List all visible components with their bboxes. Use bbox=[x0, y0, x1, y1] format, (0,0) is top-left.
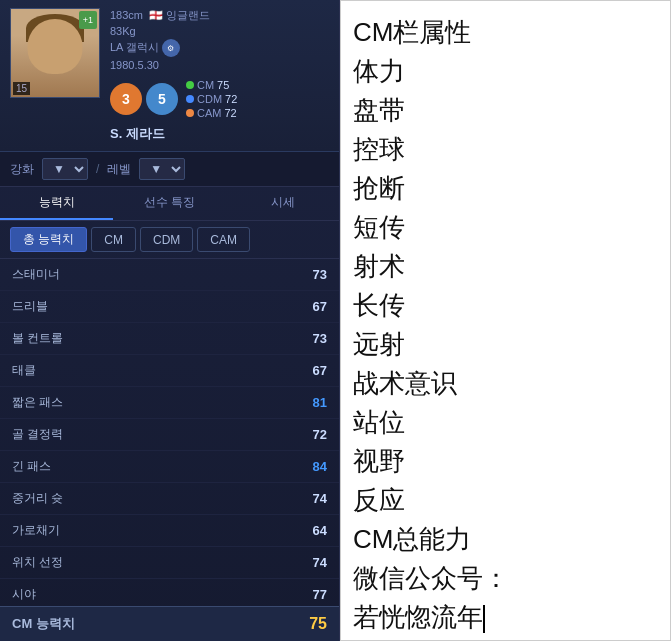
right-line-5: 射术 bbox=[353, 247, 658, 286]
stat-value-positioning: 74 bbox=[313, 555, 327, 570]
stat-value-short-pass: 81 bbox=[313, 395, 327, 410]
stat-row-finishing: 골 결정력 72 bbox=[0, 419, 339, 451]
right-line-8: 战术意识 bbox=[353, 364, 658, 403]
stat-value-vision: 77 bbox=[313, 587, 327, 602]
stat-value-ball-control: 73 bbox=[313, 331, 327, 346]
right-line-name: 若恍惚流年 bbox=[353, 598, 658, 637]
stat-value-finishing: 72 bbox=[313, 427, 327, 442]
filter-cdm[interactable]: CDM bbox=[140, 227, 193, 252]
level-select[interactable]: ▼ bbox=[139, 158, 185, 180]
stat-value-long-shot: 74 bbox=[313, 491, 327, 506]
slash-divider: / bbox=[96, 162, 99, 176]
right-line-4: 短传 bbox=[353, 208, 658, 247]
filter-total[interactable]: 총 능력치 bbox=[10, 227, 87, 252]
enhance-label: 강화 bbox=[10, 161, 34, 178]
pos-cdm: CDM 72 bbox=[186, 93, 237, 105]
right-line-1: 盘带 bbox=[353, 91, 658, 130]
stat-row-vision: 시야 77 bbox=[0, 579, 339, 606]
stat-name-positioning: 위치 선정 bbox=[12, 554, 63, 571]
stat-value-stamina: 73 bbox=[313, 267, 327, 282]
right-line-3: 抢断 bbox=[353, 169, 658, 208]
right-line-0: 体力 bbox=[353, 52, 658, 91]
stat-name-dribble: 드리블 bbox=[12, 298, 48, 315]
pos-cm: CM 75 bbox=[186, 79, 237, 91]
tab-stats[interactable]: 능력치 bbox=[0, 187, 113, 220]
right-content: CM栏属性 体力 盘带 控球 抢断 短传 射术 长传 远射 战术意识 站位 视野… bbox=[353, 13, 658, 637]
stat-row-dribble: 드리블 67 bbox=[0, 291, 339, 323]
enhance-select[interactable]: ▼ bbox=[42, 158, 88, 180]
total-row: CM 능력치 75 bbox=[0, 606, 339, 641]
stat-value-long-pass: 84 bbox=[313, 459, 327, 474]
badge-overall-3: 3 bbox=[110, 83, 142, 115]
stat-name-long-pass: 긴 패스 bbox=[12, 458, 51, 475]
tab-market[interactable]: 시세 bbox=[226, 187, 339, 220]
stat-name-ball-control: 볼 컨트롤 bbox=[12, 330, 63, 347]
stat-value-interception: 64 bbox=[313, 523, 327, 538]
stat-row-ball-control: 볼 컨트롤 73 bbox=[0, 323, 339, 355]
stat-row-short-pass: 짧은 패스 81 bbox=[0, 387, 339, 419]
right-line-wechat: 微信公众号： bbox=[353, 559, 658, 598]
stat-name-finishing: 골 결정력 bbox=[12, 426, 63, 443]
right-line-11: 反应 bbox=[353, 481, 658, 520]
position-badges: 3 5 CM 75 CDM 72 CAM bbox=[110, 79, 329, 119]
stats-list: 스태미너 73 드리블 67 볼 컨트롤 73 태클 67 짧은 패스 81 골… bbox=[0, 259, 339, 606]
stat-row-stamina: 스태미너 73 bbox=[0, 259, 339, 291]
country-name: 잉글랜드 bbox=[166, 9, 210, 21]
stat-value-tackle: 67 bbox=[313, 363, 327, 378]
level-label: 레벨 bbox=[107, 161, 131, 178]
pos-cam: CAM 72 bbox=[186, 107, 237, 119]
left-panel: +1 15 183cm 🏴󠁧󠁢󠁥󠁮󠁧󠁿 잉글랜드 83Kg LA 갤럭시 ⚙ 1… bbox=[0, 0, 340, 641]
tabs-row: 능력치 선수 특징 시세 bbox=[0, 187, 339, 221]
controls-row: 강화 ▼ / 레벨 ▼ bbox=[0, 152, 339, 187]
position-filter-row: 총 능력치 CM CDM CAM bbox=[0, 221, 339, 259]
stat-row-long-shot: 중거리 슛 74 bbox=[0, 483, 339, 515]
right-panel[interactable]: CM栏属性 体力 盘带 控球 抢断 短传 射术 长传 远射 战术意识 站位 视野… bbox=[340, 0, 671, 641]
right-line-7: 远射 bbox=[353, 325, 658, 364]
right-line-6: 长传 bbox=[353, 286, 658, 325]
player-header: +1 15 183cm 🏴󠁧󠁢󠁥󠁮󠁧󠁿 잉글랜드 83Kg LA 갤럭시 ⚙ 1… bbox=[0, 0, 339, 152]
stat-row-tackle: 태클 67 bbox=[0, 355, 339, 387]
stat-name-interception: 가로채기 bbox=[12, 522, 60, 539]
text-cursor bbox=[483, 605, 485, 633]
badge-overall-5: 5 bbox=[146, 83, 178, 115]
total-label: CM 능력치 bbox=[12, 615, 75, 633]
player-weight: 83Kg bbox=[110, 25, 329, 37]
stat-name-tackle: 태클 bbox=[12, 362, 36, 379]
player-height-weight: 183cm 🏴󠁧󠁢󠁥󠁮󠁧󠁿 잉글랜드 bbox=[110, 8, 329, 23]
tab-player-traits[interactable]: 선수 특징 bbox=[113, 187, 226, 220]
right-line-9: 站位 bbox=[353, 403, 658, 442]
right-line-10: 视野 bbox=[353, 442, 658, 481]
stat-name-long-shot: 중거리 슛 bbox=[12, 490, 63, 507]
right-line-12: CM总能力 bbox=[353, 520, 658, 559]
player-name: S. 제라드 bbox=[110, 125, 329, 143]
player-birthdate: 1980.5.30 bbox=[110, 59, 329, 71]
right-line-2: 控球 bbox=[353, 130, 658, 169]
stat-name-stamina: 스태미너 bbox=[12, 266, 60, 283]
player-info: 183cm 🏴󠁧󠁢󠁥󠁮󠁧󠁿 잉글랜드 83Kg LA 갤럭시 ⚙ 1980.5.… bbox=[110, 8, 329, 143]
team-logo: ⚙ bbox=[162, 39, 180, 57]
player-avatar: +1 15 bbox=[10, 8, 100, 98]
plus-one-badge: +1 bbox=[79, 11, 97, 29]
stat-value-dribble: 67 bbox=[313, 299, 327, 314]
right-line-title: CM栏属性 bbox=[353, 13, 658, 52]
stat-row-long-pass: 긴 패스 84 bbox=[0, 451, 339, 483]
player-number: 15 bbox=[13, 82, 30, 95]
player-team: LA 갤럭시 ⚙ bbox=[110, 39, 329, 57]
stat-name-vision: 시야 bbox=[12, 586, 36, 603]
stat-name-short-pass: 짧은 패스 bbox=[12, 394, 63, 411]
filter-cam[interactable]: CAM bbox=[197, 227, 250, 252]
stat-row-positioning: 위치 선정 74 bbox=[0, 547, 339, 579]
country-flag: 🏴󠁧󠁢󠁥󠁮󠁧󠁿 bbox=[149, 9, 163, 21]
total-value: 75 bbox=[309, 615, 327, 633]
stat-row-interception: 가로채기 64 bbox=[0, 515, 339, 547]
filter-cm[interactable]: CM bbox=[91, 227, 136, 252]
